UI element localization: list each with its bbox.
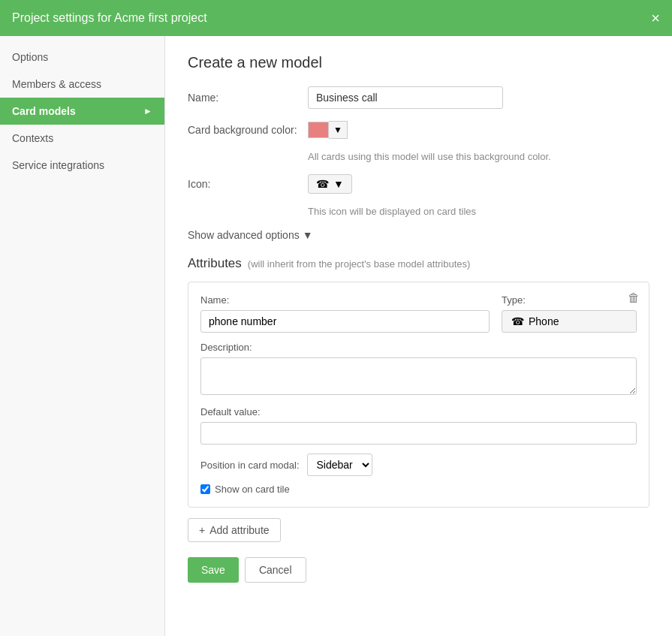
attr-desc-input[interactable]	[200, 357, 637, 395]
attribute-card: 🗑 Name: Type: ☎ Phone Description:	[188, 282, 649, 508]
attributes-header: Attributes (will inherit from the projec…	[188, 256, 649, 271]
sidebar-item-contexts[interactable]: Contexts	[0, 125, 164, 152]
attr-type-group: Type: ☎ Phone	[502, 294, 637, 333]
color-group: Card background color: ▼	[188, 121, 649, 139]
color-dropdown-button[interactable]: ▼	[329, 121, 348, 139]
attribute-delete-button[interactable]: 🗑	[628, 291, 640, 305]
attr-name-type-row: Name: Type: ☎ Phone	[200, 294, 637, 333]
attr-desc-group: Description:	[200, 342, 637, 397]
position-select[interactable]: Sidebar Main	[307, 454, 372, 476]
show-on-tile-checkbox[interactable]	[200, 484, 210, 494]
attr-desc-label: Description:	[200, 342, 637, 353]
plus-icon: +	[199, 524, 205, 536]
sidebar-item-service-integrations-label: Service integrations	[12, 159, 104, 171]
attr-default-group: Default value:	[200, 406, 637, 445]
action-row: Save Cancel	[188, 557, 649, 583]
show-on-tile-text: Show on card tile	[215, 484, 290, 495]
attributes-hint: (will inherit from the project's base mo…	[248, 258, 471, 270]
phone-icon: ☎	[511, 315, 524, 327]
delete-icon: 🗑	[628, 291, 640, 304]
position-label: Position in card modal:	[200, 460, 300, 471]
attr-type-label: Type:	[502, 294, 637, 306]
color-picker: ▼	[308, 121, 348, 139]
sidebar: Options Members & access Card models ► C…	[0, 36, 165, 636]
add-attribute-label: Add attribute	[209, 524, 269, 536]
sidebar-item-card-models[interactable]: Card models ►	[0, 98, 164, 125]
icon-label: Icon:	[188, 178, 308, 190]
page-title: Create a new model	[188, 54, 649, 71]
dialog-title: Project settings for Acme first project	[12, 11, 207, 25]
close-button[interactable]: ×	[651, 11, 660, 26]
main-layout: Options Members & access Card models ► C…	[0, 36, 672, 636]
attr-default-label: Default value:	[200, 406, 637, 417]
attr-type-value: Phone	[529, 315, 559, 327]
save-button[interactable]: Save	[188, 557, 239, 583]
sidebar-item-card-models-label: Card models	[12, 105, 76, 117]
advanced-options-arrow-icon: ▼	[303, 229, 313, 241]
sidebar-item-options-label: Options	[12, 51, 48, 63]
cancel-button[interactable]: Cancel	[245, 557, 306, 583]
name-label: Name:	[188, 92, 308, 104]
sidebar-item-service-integrations[interactable]: Service integrations	[0, 152, 164, 179]
color-swatch[interactable]	[308, 122, 329, 138]
sidebar-item-members-access[interactable]: Members & access	[0, 71, 164, 98]
icon-dropdown-arrow: ▼	[333, 178, 344, 190]
sidebar-item-contexts-label: Contexts	[12, 132, 53, 144]
sidebar-item-options[interactable]: Options	[0, 44, 164, 71]
icon-value: ☎	[316, 178, 329, 190]
attr-default-input[interactable]	[200, 422, 637, 445]
add-attribute-button[interactable]: + Add attribute	[188, 518, 281, 542]
advanced-options-label: Show advanced options	[188, 229, 300, 241]
dialog-header: Project settings for Acme first project …	[0, 0, 672, 36]
chevron-right-icon: ►	[143, 106, 152, 116]
icon-group: Icon: ☎ ▼	[188, 174, 649, 194]
main-content: Create a new model Name: Card background…	[165, 36, 672, 636]
advanced-options-toggle[interactable]: Show advanced options ▼	[188, 229, 313, 241]
icon-hint: This icon will be displayed on card tile…	[308, 206, 649, 217]
attr-name-input[interactable]	[200, 310, 490, 333]
name-input[interactable]	[308, 86, 503, 109]
attr-name-label: Name:	[200, 294, 490, 306]
attr-type-button[interactable]: ☎ Phone	[502, 310, 637, 333]
sidebar-item-members-access-label: Members & access	[12, 78, 101, 90]
attr-name-group: Name:	[200, 294, 490, 333]
icon-dropdown-button[interactable]: ☎ ▼	[308, 174, 352, 194]
show-on-tile-label[interactable]: Show on card tile	[200, 484, 637, 495]
name-group: Name:	[188, 86, 649, 109]
color-label: Card background color:	[188, 124, 308, 136]
position-row: Position in card modal: Sidebar Main	[200, 454, 637, 476]
attributes-title: Attributes	[188, 256, 242, 271]
color-hint: All cards using this model will use this…	[308, 151, 649, 162]
